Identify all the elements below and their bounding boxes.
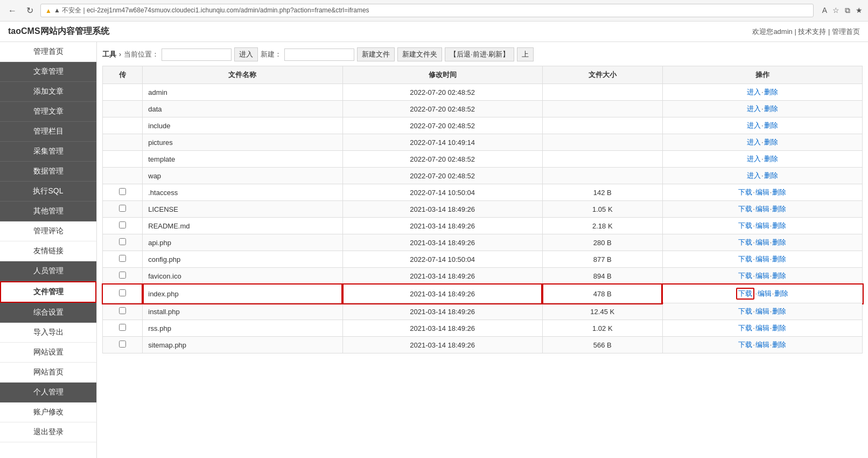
enter-button[interactable]: 进入: [234, 47, 258, 61]
action-delete[interactable]: 删除: [772, 307, 786, 315]
sidebar: 管理首页 文章管理 添加文章 管理文章 管理栏目 采集管理 数据管理 执行SQL…: [0, 42, 97, 458]
up-button[interactable]: 上: [517, 47, 534, 61]
file-checkbox[interactable]: [119, 188, 126, 195]
action-delete[interactable]: 删除: [764, 105, 778, 113]
sidebar-item-manage-article[interactable]: 管理文章: [0, 102, 96, 122]
action-edit[interactable]: 编辑: [755, 205, 769, 213]
action-enter[interactable]: 进入: [747, 138, 761, 146]
action-delete[interactable]: 删除: [772, 221, 786, 230]
file-checkbox[interactable]: [119, 272, 126, 279]
action-delete[interactable]: 删除: [772, 238, 786, 246]
action-download[interactable]: 下载: [738, 341, 752, 349]
file-checkbox[interactable]: [119, 341, 126, 348]
action-delete[interactable]: 删除: [764, 171, 778, 179]
action-edit[interactable]: 编辑: [755, 307, 769, 315]
action-delete[interactable]: 删除: [772, 255, 786, 263]
file-checkbox[interactable]: [119, 221, 126, 228]
action-download[interactable]: 下载: [738, 324, 752, 332]
action-edit[interactable]: 编辑: [758, 289, 772, 297]
sidebar-item-dashboard[interactable]: 管理首页: [0, 42, 96, 62]
row-checkbox-cell: [103, 201, 143, 218]
sidebar-item-logout[interactable]: 退出登录: [0, 422, 96, 442]
file-checkbox[interactable]: [119, 289, 126, 296]
action-delete[interactable]: 删除: [772, 341, 786, 349]
back-forward-refresh-button[interactable]: 【后退·前进·刷新】: [445, 47, 514, 61]
action-delete[interactable]: 删除: [772, 324, 786, 332]
file-actions: 下载·编辑·删除: [662, 201, 862, 218]
sidebar-item-execute-sql[interactable]: 执行SQL: [0, 182, 96, 202]
sidebar-item-collect-mgmt[interactable]: 采集管理: [0, 142, 96, 162]
sidebar-item-manage-column[interactable]: 管理栏目: [0, 122, 96, 142]
sidebar-item-add-article[interactable]: 添加文章: [0, 82, 96, 102]
refresh-button[interactable]: ↻: [24, 4, 36, 17]
action-download[interactable]: 下载: [738, 205, 752, 213]
sidebar-item-friend-link[interactable]: 友情链接: [0, 241, 96, 261]
action-separator: ·: [753, 188, 755, 196]
action-download-highlighted[interactable]: 下载: [738, 289, 752, 297]
sidebar-item-manage-comment[interactable]: 管理评论: [0, 221, 96, 241]
file-checkbox[interactable]: [119, 324, 126, 331]
action-delete[interactable]: 删除: [764, 88, 778, 96]
file-size: [542, 84, 662, 101]
action-download[interactable]: 下载: [738, 307, 752, 315]
action-edit[interactable]: 编辑: [755, 324, 769, 332]
file-checkbox[interactable]: [119, 238, 126, 245]
action-enter[interactable]: 进入: [747, 105, 761, 113]
file-checkbox[interactable]: [119, 205, 126, 212]
action-edit[interactable]: 编辑: [755, 272, 769, 280]
file-checkbox[interactable]: [119, 255, 126, 262]
action-download[interactable]: 下载: [738, 255, 752, 263]
file-size: [542, 117, 662, 134]
sidebar-item-other-mgmt[interactable]: 其他管理: [0, 202, 96, 221]
action-edit[interactable]: 编辑: [755, 341, 769, 349]
action-enter[interactable]: 进入: [747, 88, 761, 96]
file-name: install.php: [143, 303, 342, 320]
new-folder-button[interactable]: 新建文件夹: [397, 47, 442, 61]
action-edit[interactable]: 编辑: [755, 221, 769, 230]
new-name-input[interactable]: [284, 48, 354, 61]
action-edit[interactable]: 编辑: [755, 255, 769, 263]
new-file-button[interactable]: 新建文件: [357, 47, 395, 61]
sidebar-item-account-modify[interactable]: 账户修改: [0, 403, 96, 422]
action-delete[interactable]: 删除: [764, 155, 778, 163]
back-button[interactable]: ←: [5, 5, 19, 17]
app-header: taoCMS网站内容管理系统 欢迎您admin | 技术支持 | 管理首页: [0, 22, 868, 42]
file-size: [542, 151, 662, 168]
action-separator: ·: [770, 272, 772, 280]
action-enter[interactable]: 进入: [747, 155, 761, 163]
table-row: config.php2022-07-14 10:50:04877 B下载·编辑·…: [103, 251, 863, 268]
sidebar-item-import-export[interactable]: 导入导出: [0, 323, 96, 343]
sidebar-item-general-settings[interactable]: 综合设置: [0, 303, 96, 323]
action-delete[interactable]: 删除: [764, 121, 778, 129]
action-delete[interactable]: 删除: [772, 205, 786, 213]
table-row: .htaccess2022-07-14 10:50:04142 B下载·编辑·删…: [103, 184, 863, 201]
action-enter[interactable]: 进入: [747, 121, 761, 129]
action-download[interactable]: 下载: [738, 221, 752, 230]
action-delete[interactable]: 删除: [772, 272, 786, 280]
action-delete[interactable]: 删除: [764, 138, 778, 146]
table-row: README.md2021-03-14 18:49:262.18 K下载·编辑·…: [103, 218, 863, 234]
action-download[interactable]: 下载: [738, 238, 752, 246]
sidebar-item-article-mgmt[interactable]: 文章管理: [0, 62, 96, 82]
sidebar-item-personal-mgmt[interactable]: 个人管理: [0, 383, 96, 403]
sidebar-item-site-settings[interactable]: 网站设置: [0, 343, 96, 363]
action-download[interactable]: 下载: [738, 272, 752, 280]
address-bar[interactable]: ▲ ▲ 不安全 | eci-2zej1nm47w68e74smuov.cloud…: [40, 4, 814, 17]
sidebar-item-data-mgmt[interactable]: 数据管理: [0, 162, 96, 182]
action-enter[interactable]: 进入: [747, 171, 761, 179]
sidebar-item-file-mgmt[interactable]: 文件管理: [0, 281, 96, 303]
action-delete[interactable]: 删除: [774, 289, 788, 297]
action-separator: ·: [753, 221, 755, 230]
file-size: 1.05 K: [542, 201, 662, 218]
sidebar-item-site-home[interactable]: 网站首页: [0, 363, 96, 383]
action-delete[interactable]: 删除: [772, 188, 786, 196]
sidebar-item-user-mgmt[interactable]: 人员管理: [0, 261, 96, 281]
action-edit[interactable]: 编辑: [755, 188, 769, 196]
action-edit[interactable]: 编辑: [755, 238, 769, 246]
action-download[interactable]: 下载: [738, 188, 752, 196]
location-input[interactable]: [162, 48, 232, 61]
file-checkbox[interactable]: [119, 307, 126, 314]
file-time: 2022-07-20 02:48:52: [342, 168, 542, 184]
file-actions: 下载·编辑·删除: [662, 251, 862, 268]
file-time: 2021-03-14 18:49:26: [342, 320, 542, 337]
